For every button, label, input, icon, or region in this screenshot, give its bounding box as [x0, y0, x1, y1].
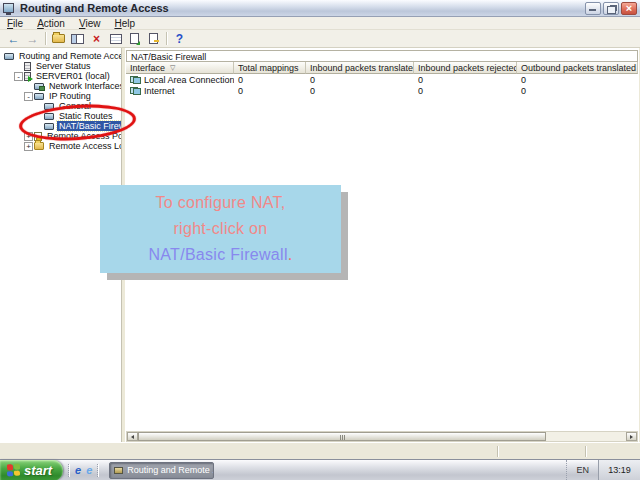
- instruction-line: NAT/Basic Firewall.: [148, 242, 292, 268]
- column-header-interface[interactable]: Interface▽: [126, 62, 234, 74]
- cell-total-mappings: 0: [234, 75, 306, 85]
- properties-icon[interactable]: [106, 31, 125, 47]
- refresh-icon[interactable]: [125, 31, 144, 47]
- restore-button[interactable]: [603, 2, 619, 15]
- column-header-inbound-packets-translated[interactable]: Inbound packets translated: [306, 62, 414, 74]
- interface-list: Interface▽Total mappingsInbound packets …: [126, 62, 638, 96]
- status-divider: [585, 446, 586, 457]
- tree-item-ip-routing[interactable]: -IP Routing: [0, 91, 121, 101]
- quick-launch: e e: [68, 464, 99, 477]
- instruction-line: right-click on: [173, 216, 267, 242]
- toolbar-separator: [166, 32, 167, 45]
- computer-icon: [34, 93, 44, 100]
- close-button[interactable]: [621, 2, 637, 15]
- toolbar: ←→×?: [0, 30, 640, 48]
- rras-taskbar-icon: [114, 467, 123, 474]
- interface-name: Internet: [144, 86, 175, 96]
- network-connection-icon: [130, 76, 141, 84]
- tree-item-routing-and-remote-access[interactable]: Routing and Remote Access: [0, 51, 121, 61]
- cell-outbound-packets-translated: 0: [517, 86, 638, 96]
- menu-view[interactable]: View: [72, 18, 108, 29]
- tree-item-server01-local[interactable]: -SERVER01 (local): [0, 71, 121, 81]
- taskbar: start e e Routing and Remote ... EN 13:1…: [0, 459, 640, 480]
- taskbar-window-label: Routing and Remote ...: [127, 465, 214, 475]
- tree-item-network-interfaces[interactable]: Network Interfaces: [0, 81, 121, 91]
- collapse-icon[interactable]: -: [14, 72, 23, 81]
- back-icon[interactable]: ←: [4, 31, 23, 47]
- refresh-icon: [130, 33, 139, 44]
- computer-icon: [4, 53, 14, 60]
- window-title: Routing and Remote Access: [20, 2, 169, 14]
- export-list-icon[interactable]: [144, 31, 163, 47]
- status-divider: [497, 446, 498, 457]
- tree-item-label: Server Status: [34, 61, 93, 71]
- column-header-label: Outbound packets translated: [521, 63, 636, 73]
- instruction-overlay: To configure NAT,right-click onNAT/Basic…: [100, 185, 341, 273]
- server-icon: [24, 62, 31, 71]
- cell-outbound-packets-translated: 0: [517, 75, 638, 85]
- delete-icon[interactable]: ×: [87, 31, 106, 47]
- app-icon: [3, 3, 14, 13]
- menu-bar: FileActionViewHelp: [0, 17, 640, 30]
- taskbar-clock: 13:19: [598, 460, 640, 480]
- properties-icon: [110, 34, 122, 44]
- tree-item-label: Remote Access Logging: [47, 141, 122, 151]
- cell-inbound-packets-rejected: 0: [414, 75, 517, 85]
- tree-item-server-status[interactable]: Server Status: [0, 61, 121, 71]
- internet-explorer-icon[interactable]: e: [75, 464, 81, 477]
- column-header-outbound-packets-translated[interactable]: Outbound packets translated: [517, 62, 638, 74]
- start-button[interactable]: start: [0, 460, 63, 480]
- browser-icon[interactable]: e: [86, 464, 92, 477]
- up-one-level-icon: [52, 34, 65, 43]
- network-connection-icon: [130, 87, 141, 95]
- status-bar: [0, 442, 640, 459]
- column-header-total-mappings[interactable]: Total mappings: [234, 62, 306, 74]
- details-pane-title: NAT/Basic Firewall: [126, 50, 638, 62]
- horizontal-scrollbar[interactable]: [126, 431, 638, 442]
- column-header-label: Interface: [130, 63, 165, 73]
- language-indicator[interactable]: EN: [566, 460, 598, 480]
- menu-help[interactable]: Help: [107, 18, 142, 29]
- column-header-label: Total mappings: [238, 63, 299, 73]
- cell-inbound-packets-translated: 0: [306, 86, 414, 96]
- drag-handle[interactable]: [97, 464, 99, 477]
- instruction-line: To configure NAT,: [155, 190, 285, 216]
- tree-item-label: Routing and Remote Access: [17, 51, 122, 61]
- minimize-button[interactable]: [585, 2, 601, 15]
- scroll-left-icon[interactable]: [127, 432, 138, 441]
- sort-icon: ▽: [170, 64, 175, 72]
- list-item-local-area-connection[interactable]: Local Area Connection0000: [126, 74, 638, 85]
- export-list-icon: [149, 33, 158, 44]
- show-console-tree-icon[interactable]: [68, 31, 87, 47]
- column-header-label: Inbound packets rejected: [418, 63, 517, 73]
- menu-action[interactable]: Action: [30, 18, 72, 29]
- cell-total-mappings: 0: [234, 86, 306, 96]
- toolbar-separator: [45, 32, 46, 45]
- cell-inbound-packets-translated: 0: [306, 75, 414, 85]
- nic-icon: [34, 83, 44, 90]
- expand-icon[interactable]: +: [24, 142, 33, 151]
- taskbar-window-button[interactable]: Routing and Remote ...: [109, 462, 214, 479]
- menu-file[interactable]: File: [0, 18, 30, 29]
- up-one-level-icon[interactable]: [49, 31, 68, 47]
- title-bar: Routing and Remote Access: [0, 0, 640, 17]
- list-column-headers: Interface▽Total mappingsInbound packets …: [126, 62, 638, 74]
- interface-name: Local Area Connection: [144, 75, 234, 85]
- server-ok-icon: [24, 72, 31, 81]
- scrollbar-thumb[interactable]: [138, 432, 546, 441]
- help-icon[interactable]: ?: [170, 31, 189, 47]
- column-header-inbound-packets-rejected[interactable]: Inbound packets rejected: [414, 62, 517, 74]
- list-rows: Local Area Connection0000Internet0000: [126, 74, 638, 96]
- scroll-right-icon[interactable]: [626, 432, 637, 441]
- show-console-tree-icon: [71, 34, 84, 44]
- forward-icon[interactable]: →: [23, 31, 42, 47]
- tree-item-remote-access-logging[interactable]: +Remote Access Logging: [0, 141, 121, 151]
- tree-item-label: SERVER01 (local): [34, 71, 112, 81]
- system-tray: EN 13:19: [566, 460, 640, 480]
- column-header-label: Inbound packets translated: [310, 63, 414, 73]
- cell-inbound-packets-rejected: 0: [414, 86, 517, 96]
- list-item-internet[interactable]: Internet0000: [126, 85, 638, 96]
- collapse-icon[interactable]: -: [24, 92, 33, 101]
- drag-handle[interactable]: [68, 464, 70, 477]
- folder-icon: [34, 142, 44, 150]
